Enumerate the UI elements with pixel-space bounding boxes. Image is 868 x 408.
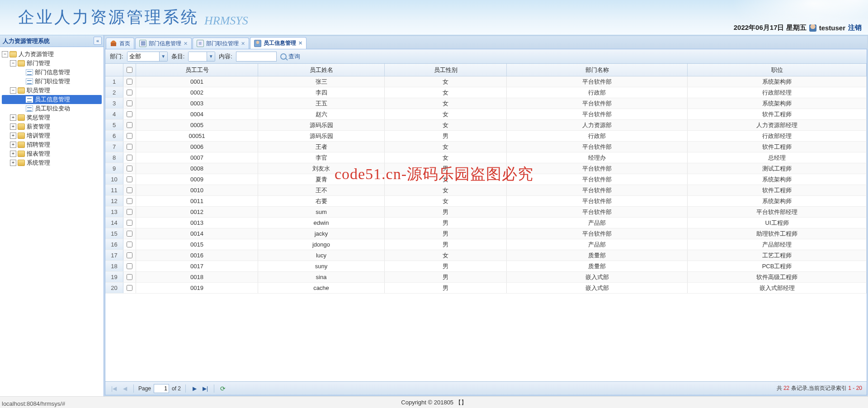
row-checkbox[interactable] xyxy=(127,111,132,117)
tree-node[interactable]: −部门管理 xyxy=(2,59,102,68)
last-page-button[interactable]: ▶| xyxy=(201,384,209,393)
expand-icon[interactable]: + xyxy=(10,160,16,166)
row-checkbox-cell[interactable] xyxy=(123,174,136,185)
row-checkbox[interactable] xyxy=(127,231,132,237)
expand-icon[interactable]: + xyxy=(10,123,16,130)
row-checkbox[interactable] xyxy=(127,100,132,106)
expand-icon[interactable]: + xyxy=(10,114,16,121)
row-checkbox-cell[interactable] xyxy=(123,120,136,130)
expand-icon[interactable]: + xyxy=(10,133,16,139)
row-checkbox[interactable] xyxy=(127,285,132,291)
tree-node[interactable]: +系统管理 xyxy=(2,158,102,167)
expand-icon[interactable]: + xyxy=(10,142,16,148)
row-checkbox[interactable] xyxy=(127,79,132,85)
row-checkbox-cell[interactable] xyxy=(123,239,136,250)
row-checkbox-cell[interactable] xyxy=(123,87,136,98)
tree-node[interactable]: +培训管理 xyxy=(2,131,102,140)
row-checkbox-cell[interactable] xyxy=(123,261,136,271)
table-row[interactable]: 600051源码乐园男行政部行政部经理 xyxy=(105,131,867,142)
table-row[interactable]: 180017suny男质量部PCB工程师 xyxy=(105,261,867,272)
collapse-icon[interactable]: − xyxy=(2,51,8,57)
tree-node[interactable]: 部门信息管理 xyxy=(2,68,102,77)
tree-node[interactable]: 部门职位管理 xyxy=(2,77,102,86)
prev-page-button[interactable]: ◀ xyxy=(121,384,129,393)
row-checkbox-cell[interactable] xyxy=(123,272,136,282)
row-checkbox-cell[interactable] xyxy=(123,109,136,119)
tree-node[interactable]: +报表管理 xyxy=(2,149,102,158)
collapse-sidebar-button[interactable]: « xyxy=(94,37,102,45)
tree-node[interactable]: −人力资源管理 xyxy=(2,50,102,59)
row-checkbox[interactable] xyxy=(127,144,132,150)
grid-body[interactable]: 10001张三女平台软件部系统架构师20002李四女行政部行政部经理30003王… xyxy=(105,76,867,381)
tree-node[interactable]: +招聘管理 xyxy=(2,140,102,149)
row-checkbox[interactable] xyxy=(127,133,132,139)
row-checkbox[interactable] xyxy=(127,166,132,171)
table-row[interactable]: 100009夏青女平台软件部系统架构师 xyxy=(105,174,867,185)
row-checkbox-cell[interactable] xyxy=(123,196,136,206)
tab[interactable]: 首页 xyxy=(106,38,134,49)
table-row[interactable]: 120011右要女平台软件部系统架构师 xyxy=(105,196,867,207)
table-row[interactable]: 130012sum男平台软件部平台软件部经理 xyxy=(105,207,867,218)
row-checkbox-cell[interactable] xyxy=(123,163,136,174)
content-input[interactable] xyxy=(236,52,277,62)
collapse-icon[interactable]: − xyxy=(10,87,16,94)
first-page-button[interactable]: |◀ xyxy=(110,384,118,393)
row-checkbox[interactable] xyxy=(127,122,132,128)
row-checkbox-cell[interactable] xyxy=(123,207,136,217)
row-checkbox-cell[interactable] xyxy=(123,142,136,152)
tab[interactable]: 员工信息管理✕ xyxy=(250,37,307,49)
collapse-icon[interactable]: − xyxy=(10,60,16,66)
row-checkbox-cell[interactable] xyxy=(123,218,136,228)
table-row[interactable]: 10001张三女平台软件部系统架构师 xyxy=(105,76,867,87)
tab[interactable]: 部门信息管理✕ xyxy=(135,38,192,49)
table-row[interactable]: 20002李四女行政部行政部经理 xyxy=(105,87,867,98)
expand-icon[interactable]: + xyxy=(10,151,16,157)
row-checkbox-cell[interactable] xyxy=(123,250,136,261)
row-checkbox[interactable] xyxy=(127,155,132,161)
table-row[interactable]: 90008刘友水男平台软件部测试工程师 xyxy=(105,163,867,174)
row-checkbox[interactable] xyxy=(127,242,132,247)
search-button[interactable]: 查询 xyxy=(280,52,300,61)
row-checkbox-cell[interactable] xyxy=(123,152,136,163)
col-emp-name[interactable]: 员工姓名 xyxy=(258,64,385,76)
next-page-button[interactable]: ▶ xyxy=(190,384,198,393)
table-row[interactable]: 50005源码乐园女人力资源部人力资源部经理 xyxy=(105,120,867,131)
close-icon[interactable]: ✕ xyxy=(298,40,302,46)
row-checkbox[interactable] xyxy=(127,252,132,258)
col-dept-name[interactable]: 部门名称 xyxy=(507,64,688,76)
row-checkbox[interactable] xyxy=(127,263,132,269)
row-checkbox-cell[interactable] xyxy=(123,76,136,87)
table-row[interactable]: 170016lucy女质量部工艺工程师 xyxy=(105,250,867,261)
tree-node[interactable]: 员工信息管理 xyxy=(2,95,102,104)
page-input[interactable] xyxy=(154,384,169,393)
logout-link[interactable]: 注销 xyxy=(848,24,862,32)
refresh-button[interactable]: ⟳ xyxy=(219,384,227,393)
field-combo[interactable]: ▼ xyxy=(188,52,215,62)
row-checkbox[interactable] xyxy=(127,274,132,280)
tree-node[interactable]: +奖惩管理 xyxy=(2,113,102,122)
table-row[interactable]: 30003王五女平台软件部系统架构师 xyxy=(105,98,867,109)
row-checkbox[interactable] xyxy=(127,90,132,95)
dept-combo[interactable]: ▼ xyxy=(127,52,168,62)
row-checkbox[interactable] xyxy=(127,198,132,204)
table-row[interactable]: 200019cache男嵌入式部嵌入式部经理 xyxy=(105,283,867,294)
col-emp-gender[interactable]: 员工性别 xyxy=(385,64,507,76)
col-emp-id[interactable]: 员工工号 xyxy=(136,64,258,76)
table-row[interactable]: 150014jacky男平台软件部助理软件工程师 xyxy=(105,228,867,239)
field-input[interactable] xyxy=(189,52,207,61)
chevron-down-icon[interactable]: ▼ xyxy=(159,52,167,61)
table-row[interactable]: 70006王者女平台软件部软件工程师 xyxy=(105,142,867,152)
tab[interactable]: 部门职位管理✕ xyxy=(193,38,249,49)
row-checkbox-cell[interactable] xyxy=(123,185,136,195)
row-checkbox-cell[interactable] xyxy=(123,283,136,293)
table-row[interactable]: 110010王不女平台软件部软件工程师 xyxy=(105,185,867,196)
row-checkbox-cell[interactable] xyxy=(123,228,136,239)
table-row[interactable]: 80007李官女经理办总经理 xyxy=(105,152,867,163)
select-all-checkbox[interactable] xyxy=(127,67,132,73)
col-position[interactable]: 职位 xyxy=(688,64,867,76)
close-icon[interactable]: ✕ xyxy=(184,41,188,47)
row-checkbox[interactable] xyxy=(127,187,132,193)
row-checkbox[interactable] xyxy=(127,220,132,226)
close-icon[interactable]: ✕ xyxy=(241,41,245,47)
row-checkbox[interactable] xyxy=(127,176,132,182)
